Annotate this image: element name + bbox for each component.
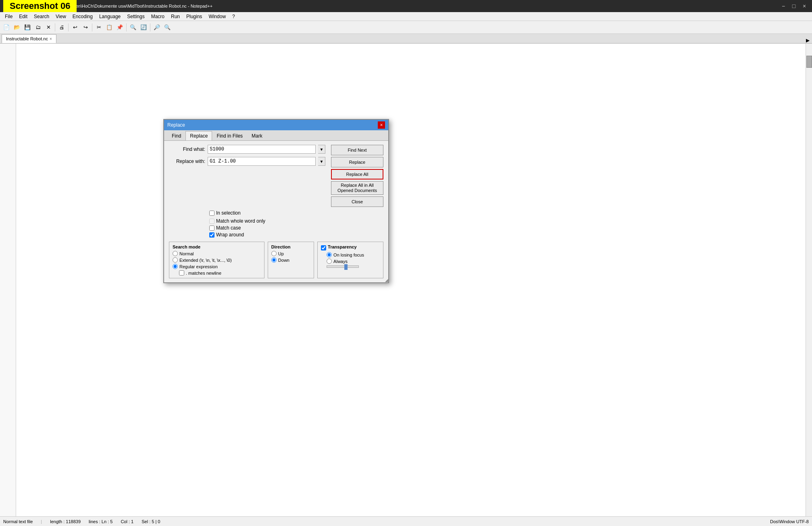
replace-with-input[interactable]: G1 Z-1.00 [208, 157, 316, 166]
dialog-tab-mark[interactable]: Mark [247, 131, 267, 140]
direction-down-label: Down [278, 258, 289, 263]
toolbar-sep1 [55, 23, 55, 31]
in-selection-row: In selection [209, 210, 383, 216]
length-info: length : 118839 [50, 519, 81, 524]
wrap-around-row: Wrap around [209, 232, 383, 238]
tab-instructable-robot[interactable]: Instructable Robot.nc × [2, 34, 56, 43]
transparency-checkbox[interactable] [321, 245, 326, 250]
close-window-button[interactable]: × [800, 2, 809, 10]
titlebar: 📝 \\HOCHRIS_SERVER\home\Daten\HoCh\Dokum… [0, 0, 812, 12]
save-all-button[interactable]: 🗂 [33, 23, 43, 32]
code-content[interactable] [16, 44, 806, 516]
zoom-out-button[interactable]: 🔍 [162, 23, 172, 32]
direction-down-radio[interactable] [271, 257, 277, 263]
menu-macro[interactable]: Macro [148, 13, 168, 20]
search-mode-section: Search mode Normal Extended (\r, \n, \t,… [169, 242, 264, 278]
wrap-around-checkbox[interactable] [209, 232, 214, 238]
replace-all-button[interactable]: Replace All [331, 169, 383, 180]
search-regex-row: Regular expression [173, 264, 261, 269]
close-dialog-button[interactable]: Close [331, 196, 383, 207]
paste-button[interactable]: 📌 [115, 23, 125, 32]
copy-button[interactable]: 📋 [104, 23, 114, 32]
dialog-content: Find what: S1000 ▼ Replace with: G1 Z-1.… [164, 141, 388, 282]
menu-view[interactable]: View [52, 13, 69, 20]
toolbar-sep2 [68, 23, 69, 31]
match-case-label: Match case [216, 225, 241, 231]
matches-newline-label: . matches newline [186, 271, 221, 276]
find-dropdown-arrow[interactable]: ▼ [318, 145, 325, 154]
menu-plugins[interactable]: Plugins [183, 13, 205, 20]
direction-title: Direction [271, 244, 310, 249]
transparency-always-row: Always [327, 259, 380, 264]
matches-newline-row: . matches newline [179, 270, 261, 276]
save-button[interactable]: 💾 [23, 23, 32, 32]
menu-file[interactable]: File [2, 13, 16, 20]
cut-button[interactable]: ✂ [94, 23, 104, 32]
replace-all-docs-button[interactable]: Replace All in All Opened Documents [331, 181, 383, 195]
new-button[interactable]: 📄 [2, 23, 11, 32]
dialog-tabs: Find Replace Find in Files Mark [164, 130, 388, 141]
transparency-always-radio[interactable] [327, 259, 332, 264]
match-case-row: Match case [209, 225, 383, 231]
in-selection-checkbox[interactable] [209, 211, 214, 216]
find-next-button[interactable]: Find Next [331, 145, 383, 155]
replace-tb-button[interactable]: 🔄 [139, 23, 148, 32]
replace-dialog: Replace × Find Replace Find in Files Mar… [163, 119, 389, 283]
matches-newline-checkbox[interactable] [179, 270, 184, 276]
close-button[interactable]: ✕ [44, 23, 53, 32]
find-what-input[interactable]: S1000 [208, 145, 316, 154]
menu-run[interactable]: Run [168, 13, 183, 20]
search-normal-radio[interactable] [173, 251, 178, 256]
direction-up-label: Up [278, 251, 284, 256]
col-info: Col : 1 [121, 519, 133, 524]
menu-window[interactable]: Window [205, 13, 229, 20]
menu-language[interactable]: Language [96, 13, 124, 20]
direction-up-row: Up [271, 251, 310, 256]
dialog-buttons: Find Next Replace Replace All Replace Al… [331, 145, 383, 207]
minimize-button[interactable]: − [779, 2, 788, 10]
tab-scroll-right[interactable]: ▶ [804, 38, 812, 43]
match-whole-word-checkbox[interactable] [209, 219, 214, 224]
open-button[interactable]: 📂 [12, 23, 22, 32]
replace-button[interactable]: Replace [331, 157, 383, 167]
vertical-scrollbar[interactable] [806, 44, 812, 516]
search-regex-radio[interactable] [173, 264, 178, 269]
match-whole-word-row: Match whole word only [209, 218, 383, 224]
search-extended-radio[interactable] [173, 257, 178, 263]
direction-down-row: Down [271, 257, 310, 263]
search-extended-row: Extended (\r, \n, \t, \x..., \0) [173, 257, 261, 263]
toolbar: 📄 📂 💾 🗂 ✕ 🖨 ↩ ↪ ✂ 📋 📌 🔍 🔄 🔎 🔍 [0, 21, 812, 34]
editor-area [0, 44, 812, 516]
match-options: Match whole word only Match case Wrap ar… [209, 218, 383, 238]
transparency-title: Transparency [328, 244, 357, 249]
find-what-row: Find what: S1000 ▼ [169, 145, 325, 154]
find-what-label: Find what: [169, 146, 205, 152]
titlebar-controls[interactable]: − □ × [779, 2, 809, 10]
menu-encoding[interactable]: Encoding [69, 13, 96, 20]
zoom-in-button[interactable]: 🔎 [152, 23, 162, 32]
resize-handle[interactable]: ◢ [383, 278, 388, 282]
transparency-focus-row: On losing focus [327, 252, 380, 257]
menu-edit[interactable]: Edit [16, 13, 31, 20]
replace-with-row: Replace with: G1 Z-1.00 ▼ [169, 157, 325, 166]
tabbar: Instructable Robot.nc × ▶ [0, 34, 812, 44]
redo-button[interactable]: ↪ [81, 23, 90, 32]
direction-up-radio[interactable] [271, 251, 277, 256]
dialog-tab-replace[interactable]: Replace [185, 131, 212, 140]
dialog-close-button[interactable]: × [378, 121, 385, 129]
match-case-checkbox[interactable] [209, 225, 214, 231]
menu-help[interactable]: ? [229, 13, 238, 20]
transparency-focus-radio[interactable] [327, 252, 332, 257]
replace-dropdown-arrow[interactable]: ▼ [318, 157, 325, 166]
transparency-slider[interactable] [327, 265, 380, 268]
dialog-tab-find-in-files[interactable]: Find in Files [212, 131, 247, 140]
undo-button[interactable]: ↩ [70, 23, 80, 32]
dialog-tab-find[interactable]: Find [167, 131, 185, 140]
dialog-title: Replace [167, 122, 185, 128]
tab-close-icon[interactable]: × [50, 37, 52, 41]
find-button[interactable]: 🔍 [128, 23, 138, 32]
print-button[interactable]: 🖨 [57, 23, 67, 32]
maximize-button[interactable]: □ [789, 2, 798, 10]
menu-search[interactable]: Search [31, 13, 52, 20]
menu-settings[interactable]: Settings [124, 13, 148, 20]
